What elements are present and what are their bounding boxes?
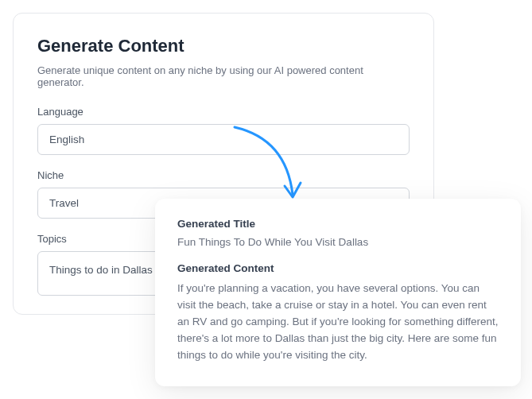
generated-content-label: Generated Content xyxy=(177,262,499,274)
language-label: Language xyxy=(37,106,410,118)
language-input[interactable] xyxy=(37,124,410,155)
page-title: Generate Content xyxy=(37,36,410,56)
generated-title-value: Fun Things To Do While You Visit Dallas xyxy=(177,236,499,248)
generated-title-label: Generated Title xyxy=(177,218,499,230)
page-description: Generate unique content on any niche by … xyxy=(37,64,410,88)
generated-content-value: If you're planning a vacation, you have … xyxy=(177,281,499,364)
generated-result-card: Generated Title Fun Things To Do While Y… xyxy=(155,199,521,386)
niche-label: Niche xyxy=(37,169,410,181)
